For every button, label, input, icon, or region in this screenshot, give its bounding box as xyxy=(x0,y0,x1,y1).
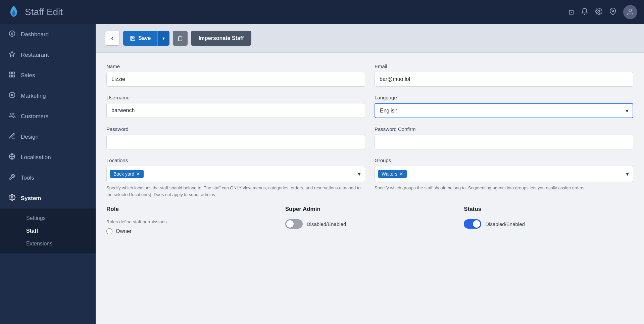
password-confirm-input[interactable] xyxy=(375,135,633,149)
group-tag-remove[interactable]: ✕ xyxy=(399,172,403,176)
sidebar: Dashboard Restaurant Sales Marketing Cus… xyxy=(0,24,96,324)
name-label: Name xyxy=(106,63,365,69)
sidebar-label-customers: Customers xyxy=(21,113,48,120)
sidebar-item-restaurant[interactable]: Restaurant xyxy=(0,45,96,65)
locations-group: Locations Back yard ✕ ▾ Specify which lo… xyxy=(106,157,365,198)
locations-hint: Specify which locations the staff should… xyxy=(106,185,365,198)
toolbar: Save ▾ Impersonate Staff xyxy=(96,24,644,53)
avatar[interactable] xyxy=(623,5,637,19)
location-tag-remove[interactable]: ✕ xyxy=(136,172,140,176)
sidebar-label-design: Design xyxy=(21,134,39,140)
status-toggle[interactable] xyxy=(464,219,481,229)
groups-label: Groups xyxy=(375,157,633,163)
name-input[interactable] xyxy=(106,72,365,87)
customers-icon xyxy=(8,112,16,121)
language-group: Language English French Spanish German I… xyxy=(375,95,633,118)
restaurant-icon xyxy=(8,51,16,59)
sidebar-item-dashboard[interactable]: Dashboard xyxy=(0,24,96,45)
flame-logo-icon xyxy=(7,5,21,19)
super-admin-section: Super Admin Disabled/Enabled xyxy=(285,206,455,234)
svg-rect-8 xyxy=(10,75,12,77)
impersonate-button[interactable]: Impersonate Staff xyxy=(191,31,251,46)
sidebar-label-tools: Tools xyxy=(21,175,34,181)
super-admin-toggle-knob xyxy=(286,220,294,228)
super-admin-toggle-label: Disabled/Enabled xyxy=(307,221,346,227)
location-tag-backyard: Back yard ✕ xyxy=(110,170,144,178)
sidebar-item-tools[interactable]: Tools xyxy=(0,168,96,188)
sidebar-item-sales[interactable]: Sales xyxy=(0,65,96,86)
svg-point-2 xyxy=(629,9,632,12)
language-select[interactable]: English French Spanish German Italian xyxy=(375,103,633,118)
marketing-icon xyxy=(8,92,16,100)
sidebar-label-dashboard: Dashboard xyxy=(21,31,49,38)
role-hint: Roles define staff permissions. xyxy=(106,219,276,224)
gear-icon[interactable] xyxy=(595,8,602,17)
top-header: Staff Edit ⊡ xyxy=(0,0,644,24)
svg-point-3 xyxy=(9,31,15,37)
system-submenu: Settings Staff Extensions xyxy=(0,209,96,253)
svg-rect-9 xyxy=(13,75,15,77)
email-input[interactable] xyxy=(375,72,633,87)
password-input[interactable] xyxy=(106,135,365,149)
svg-marker-5 xyxy=(9,51,15,57)
system-icon xyxy=(8,194,16,202)
location-icon[interactable] xyxy=(609,8,616,17)
password-label: Password xyxy=(106,126,365,132)
username-input[interactable] xyxy=(106,103,365,118)
sidebar-sub-extensions[interactable]: Extensions xyxy=(21,237,96,250)
save-dropdown-button[interactable]: ▾ xyxy=(157,31,169,46)
locations-tag-input[interactable]: Back yard ✕ ▾ xyxy=(106,166,365,182)
sidebar-item-customers[interactable]: Customers xyxy=(0,106,96,127)
svg-point-15 xyxy=(11,197,13,198)
svg-point-0 xyxy=(598,10,600,12)
role-section-label: Role xyxy=(106,206,276,213)
monitor-icon[interactable]: ⊡ xyxy=(568,8,574,16)
design-icon xyxy=(8,133,16,141)
password-confirm-group: Password Confirm xyxy=(375,126,633,149)
sidebar-sub-staff[interactable]: Staff xyxy=(21,225,96,237)
super-admin-toggle[interactable] xyxy=(285,219,303,229)
status-toggle-row: Disabled/Enabled xyxy=(464,219,633,229)
role-owner-item: Owner xyxy=(106,228,276,234)
groups-dropdown-arrow: ▾ xyxy=(626,170,629,178)
bell-icon[interactable] xyxy=(581,8,588,17)
delete-button[interactable] xyxy=(173,31,188,46)
svg-point-11 xyxy=(11,94,13,96)
status-section: Status Disabled/Enabled xyxy=(464,206,633,234)
sidebar-label-localisation: Localisation xyxy=(21,154,51,161)
sidebar-item-design[interactable]: Design xyxy=(0,127,96,147)
locations-dropdown-arrow: ▾ xyxy=(358,170,361,178)
groups-tag-input[interactable]: Waiters ✕ ▾ xyxy=(375,166,633,182)
sales-icon xyxy=(8,71,16,80)
sidebar-sub-settings[interactable]: Settings xyxy=(21,212,96,225)
password-row: Password Password Confirm xyxy=(106,126,633,149)
sidebar-item-localisation[interactable]: Localisation xyxy=(0,147,96,168)
svg-point-4 xyxy=(11,33,13,35)
role-status-row: Role Roles define staff permissions. Own… xyxy=(106,206,633,234)
email-label: Email xyxy=(375,63,633,69)
sidebar-item-marketing[interactable]: Marketing xyxy=(0,86,96,106)
sidebar-label-system: System xyxy=(21,195,41,202)
svg-point-1 xyxy=(612,10,614,12)
groups-group: Groups Waiters ✕ ▾ Specify which groups … xyxy=(375,157,633,198)
username-label: Username xyxy=(106,95,365,100)
locations-groups-row: Locations Back yard ✕ ▾ Specify which lo… xyxy=(106,157,633,198)
group-tag-waiters: Waiters ✕ xyxy=(378,170,407,178)
role-owner-radio[interactable] xyxy=(106,228,112,234)
content-area: Save ▾ Impersonate Staff Name Email xyxy=(96,24,644,324)
email-group: Email xyxy=(375,63,633,87)
logo-area: Staff Edit xyxy=(7,5,63,19)
back-button[interactable] xyxy=(105,31,120,46)
form-area: Name Email Username Language xyxy=(96,53,644,324)
sidebar-item-system[interactable]: System xyxy=(0,188,96,209)
dashboard-icon xyxy=(8,30,16,39)
role-owner-label: Owner xyxy=(116,228,132,234)
sidebar-label-sales: Sales xyxy=(21,72,35,79)
sidebar-label-restaurant: Restaurant xyxy=(21,52,49,58)
svg-point-10 xyxy=(9,92,15,98)
svg-rect-6 xyxy=(10,72,12,74)
save-button[interactable]: Save xyxy=(123,31,157,46)
password-confirm-label: Password Confirm xyxy=(375,126,633,132)
password-group: Password xyxy=(106,126,365,149)
localisation-icon xyxy=(8,153,16,161)
